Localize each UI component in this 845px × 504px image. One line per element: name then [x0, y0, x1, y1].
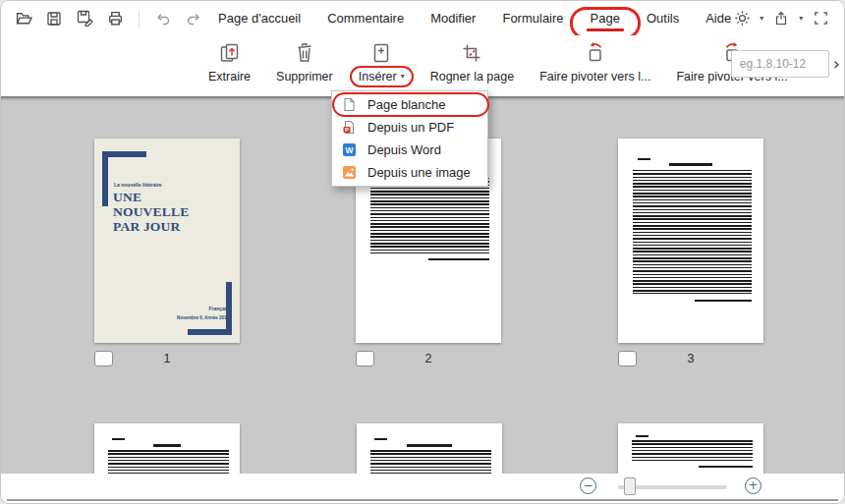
extract-label: Extraire: [208, 70, 251, 84]
print-icon: [107, 10, 124, 27]
page-thumbnail-5[interactable]: [357, 423, 502, 474]
zoom-slider-handle[interactable]: [624, 477, 636, 495]
tab-formulaire[interactable]: Formulaire: [502, 1, 563, 35]
rotate-left-button[interactable]: Faire pivoter vers l...: [527, 40, 663, 84]
cover-title: UNE NOUVELLE PAR JOUR: [113, 190, 215, 234]
page-thumbnail-1[interactable]: La nouvelle littéraire UNE NOUVELLE PAR …: [94, 139, 240, 343]
open-file-button[interactable]: [13, 8, 34, 29]
signature-line: [695, 300, 752, 302]
page-thumbnail-4[interactable]: [94, 423, 240, 474]
trash-icon: [292, 40, 317, 66]
rotate-left-label: Faire pivoter vers l...: [539, 70, 650, 84]
collapse-toolbar-button[interactable]: [838, 8, 845, 29]
page-header-mark: [636, 435, 648, 437]
page-header-mark: [112, 438, 125, 440]
page-title-mark: [407, 444, 452, 447]
insert-label: Insérer: [359, 70, 397, 84]
page-number-3: 3: [618, 352, 763, 365]
expand-panel-chevron[interactable]: ›: [832, 55, 841, 73]
redo-button[interactable]: [183, 8, 204, 29]
menu-item-depuis-une-image[interactable]: Depuis une image: [332, 161, 487, 184]
quick-access-toolbar: [13, 8, 204, 29]
ribbon-tabs: Page d'accueil Commentaire Modifier Form…: [218, 1, 731, 35]
bottom-bar: − +: [1, 474, 844, 499]
extract-pages-icon: [217, 40, 243, 66]
page-header-mark: [638, 158, 650, 160]
text-block: [632, 440, 753, 462]
thumbnail-meta-1: 1: [94, 351, 240, 368]
fullscreen-button[interactable]: [810, 8, 831, 29]
blank-page-icon: [342, 97, 357, 112]
rotate-left-icon: [583, 40, 608, 66]
menu-item-page-blanche[interactable]: Page blanche: [332, 93, 487, 116]
chevron-down-icon: ▾: [401, 73, 405, 81]
svg-text:W: W: [345, 145, 354, 155]
print-button[interactable]: [104, 8, 126, 29]
insert-page-icon: [368, 40, 394, 66]
delete-label: Supprimer: [276, 70, 333, 84]
redo-icon: [186, 11, 201, 27]
text-block: [633, 170, 752, 294]
svg-text:P: P: [345, 127, 349, 133]
share-button[interactable]: [770, 8, 792, 29]
menu-bar: Page d'accueil Commentaire Modifier Form…: [1, 1, 844, 35]
open-folder-icon: [16, 10, 32, 27]
toolbar-divider: [139, 10, 140, 28]
image-file-icon: [342, 165, 357, 180]
tab-outils[interactable]: Outils: [647, 1, 679, 35]
save-as-icon: [77, 10, 93, 27]
page-number-2: 2: [356, 352, 501, 365]
theme-brightness-button[interactable]: [731, 8, 753, 29]
zoom-out-button[interactable]: −: [580, 477, 596, 494]
insert-dropdown-menu: Page blanche P Depuis un PDF W Depuis Wo…: [331, 90, 488, 187]
crop-page-button[interactable]: Rogner la page: [418, 40, 527, 84]
active-tab-underline: [587, 28, 624, 31]
signature-line: [428, 258, 489, 260]
page-number-1: 1: [94, 352, 240, 365]
save-button[interactable]: [43, 8, 65, 29]
save-as-button[interactable]: [74, 8, 95, 29]
page-header-mark: [374, 438, 387, 440]
crop-label: Rogner la page: [430, 70, 514, 84]
page-thumbnail-3[interactable]: [618, 139, 763, 343]
cover-footer: Français Novembre 6, Année 2017: [177, 306, 229, 320]
window-bottom-edge: [7, 499, 838, 501]
zoom-in-button[interactable]: +: [745, 477, 761, 494]
pdf-file-icon: P: [342, 120, 357, 135]
insert-pages-button[interactable]: Insérer ▾: [346, 40, 418, 84]
tab-commentaire[interactable]: Commentaire: [327, 1, 404, 35]
delete-pages-button[interactable]: Supprimer: [263, 40, 346, 84]
menu-item-depuis-un-pdf[interactable]: P Depuis un PDF: [332, 116, 487, 139]
chevron-down-icon: ▾: [799, 15, 803, 23]
window-controls: ▾ ▾: [731, 8, 845, 29]
tab-page-daccueil[interactable]: Page d'accueil: [218, 1, 301, 35]
word-file-icon: W: [342, 142, 357, 157]
tab-page[interactable]: Page: [591, 1, 620, 35]
thumbnail-meta-3: 3: [618, 351, 763, 368]
extract-pages-button[interactable]: Extraire: [196, 40, 263, 84]
fullscreen-icon: [814, 11, 828, 26]
theme-brightness-icon: [734, 10, 751, 27]
save-icon: [46, 11, 62, 27]
tab-aide[interactable]: Aide: [705, 1, 731, 35]
text-block: [370, 178, 489, 253]
undo-button[interactable]: [152, 8, 174, 29]
page-title-mark: [153, 444, 181, 447]
chevron-down-icon: ▾: [760, 15, 763, 23]
page-title-mark: [669, 163, 712, 166]
crop-page-icon: [459, 40, 484, 66]
page-toolbar: Extraire Supprimer Insérer ▾ Rogner la p…: [1, 35, 844, 89]
page-range-input[interactable]: [731, 50, 829, 78]
page-thumbnail-6[interactable]: [618, 423, 763, 474]
text-block: [108, 450, 229, 474]
cover-kicker: La nouvelle littéraire: [114, 182, 162, 188]
tab-modifier[interactable]: Modifier: [430, 1, 476, 35]
thumbnail-meta-2: 2: [356, 351, 501, 368]
menu-item-depuis-word[interactable]: W Depuis Word: [332, 139, 487, 161]
pdf-editor-window: Page d'accueil Commentaire Modifier Form…: [0, 0, 845, 504]
undo-icon: [155, 11, 171, 27]
share-icon: [773, 11, 789, 27]
text-block: [370, 450, 491, 474]
signature-line: [699, 466, 753, 468]
